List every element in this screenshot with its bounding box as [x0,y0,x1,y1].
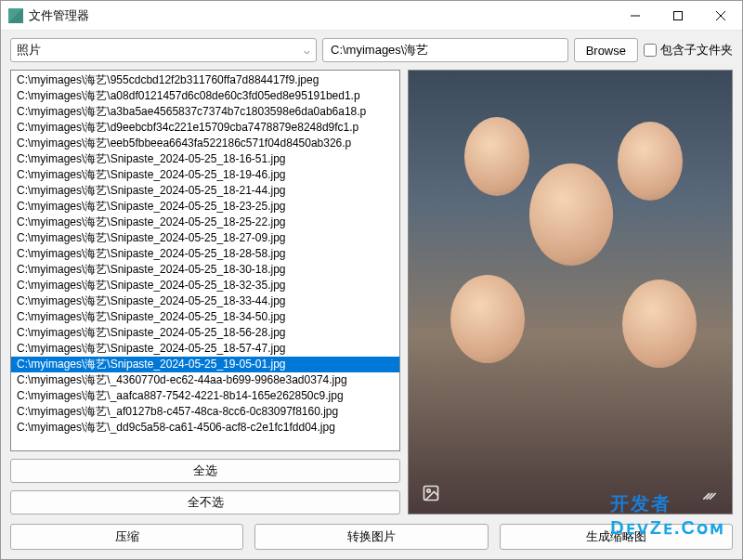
file-item[interactable]: C:\myimages\海艺\_4360770d-ec62-44aa-b699-… [11,372,399,388]
browse-button[interactable]: Browse [574,38,638,62]
file-item[interactable]: C:\myimages\海艺\_aafca887-7542-4221-8b14-… [11,388,399,404]
titlebar: 文件管理器 [1,1,742,31]
file-item[interactable]: C:\myimages\海艺\a3ba5ae4565837c7374b7c180… [11,104,399,120]
app-window: 文件管理器 照片 ⌵ Browse 包含子文件夹 C:\myimages\海艺\… [0,0,743,560]
file-item[interactable]: C:\myimages\海艺\955cdcbd12f2b311760ffa7d8… [11,72,399,88]
file-item[interactable]: C:\myimages\海艺\_dd9c5a58-ca61-4506-acf8-… [11,420,399,436]
file-item[interactable]: C:\myimages\海艺\a08df0121457d6c08de60c3fd… [11,88,399,104]
convert-button[interactable]: 转换图片 [254,524,488,550]
path-input[interactable] [322,38,568,62]
content-area: C:\myimages\海艺\955cdcbd12f2b311760ffa7d8… [1,70,742,518]
edit-icon[interactable] [698,482,721,504]
file-item[interactable]: C:\myimages\海艺\Snipaste_2024-05-25_18-57… [11,341,399,357]
close-button[interactable] [699,1,742,31]
left-panel: C:\myimages\海艺\955cdcbd12f2b311760ffa7d8… [10,70,400,514]
file-item[interactable]: C:\myimages\海艺\_af0127b8-c457-48ca-8cc6-… [11,404,399,420]
type-select-value: 照片 [17,42,41,59]
file-item[interactable]: C:\myimages\海艺\eeb5fbbeea6643fa522186c57… [11,136,399,151]
minimize-button[interactable] [614,1,657,31]
file-item[interactable]: C:\myimages\海艺\Snipaste_2024-05-25_18-16… [11,151,399,167]
select-all-button[interactable]: 全选 [10,459,400,483]
chevron-down-icon: ⌵ [304,45,310,57]
file-item[interactable]: C:\myimages\海艺\Snipaste_2024-05-25_18-21… [11,183,399,199]
include-subfolders-input[interactable] [644,44,657,57]
file-item[interactable]: C:\myimages\海艺\Snipaste_2024-05-25_18-30… [11,262,399,278]
preview-overlay [409,482,732,504]
preview-image-content [409,71,732,514]
svg-point-5 [427,489,430,492]
window-controls [614,1,742,31]
bottom-bar: 压缩 转换图片 生成缩略图 开发者 DᴇᴠZᴇ.Cᴏᴍ [1,518,742,559]
window-title: 文件管理器 [29,7,614,24]
compress-button[interactable]: 压缩 [10,524,243,550]
image-icon[interactable] [420,482,442,504]
app-icon [8,8,23,23]
file-item[interactable]: C:\myimages\海艺\Snipaste_2024-05-25_18-56… [11,325,399,341]
file-item[interactable]: C:\myimages\海艺\Snipaste_2024-05-25_19-05… [11,357,399,372]
include-subfolders-label: 包含子文件夹 [660,42,733,59]
maximize-button[interactable] [657,1,699,31]
file-item[interactable]: C:\myimages\海艺\Snipaste_2024-05-25_18-27… [11,230,399,246]
file-item[interactable]: C:\myimages\海艺\Snipaste_2024-05-25_18-23… [11,199,399,215]
file-item[interactable]: C:\myimages\海艺\Snipaste_2024-05-25_18-32… [11,278,399,293]
file-item[interactable]: C:\myimages\海艺\Snipaste_2024-05-25_18-28… [11,246,399,262]
type-select[interactable]: 照片 ⌵ [10,38,317,62]
file-item[interactable]: C:\myimages\海艺\Snipaste_2024-05-25_18-25… [11,215,399,230]
file-item[interactable]: C:\myimages\海艺\d9eebcbf34c221e15709cba74… [11,120,399,136]
toolbar: 照片 ⌵ Browse 包含子文件夹 [1,31,742,70]
file-item[interactable]: C:\myimages\海艺\Snipaste_2024-05-25_18-19… [11,167,399,183]
image-preview [408,70,733,514]
file-item[interactable]: C:\myimages\海艺\Snipaste_2024-05-25_18-33… [11,293,399,309]
svg-rect-1 [674,11,683,20]
generate-button[interactable]: 生成缩略图 [500,524,733,550]
file-list[interactable]: C:\myimages\海艺\955cdcbd12f2b311760ffa7d8… [10,70,400,451]
select-none-button[interactable]: 全不选 [10,490,400,514]
include-subfolders-checkbox[interactable]: 包含子文件夹 [644,42,733,59]
file-item[interactable]: C:\myimages\海艺\Snipaste_2024-05-25_18-34… [11,309,399,325]
